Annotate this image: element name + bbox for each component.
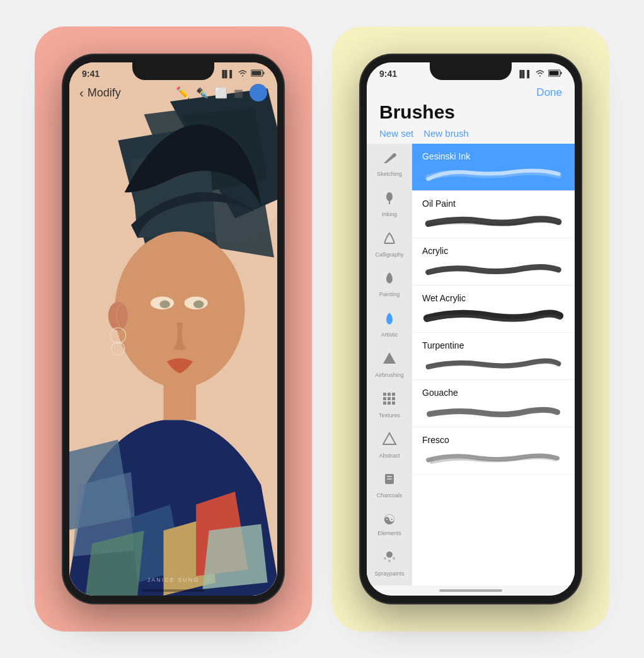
svg-point-45 [386,551,393,558]
sketching-icon [382,150,397,169]
right-panel: 9:41 ▐▌▌ Done Brush [332,26,609,632]
sidebar-item-sketching[interactable]: Sketching [367,144,412,184]
calligraphy-icon [382,231,397,250]
wifi-icon-right [535,69,545,79]
brush-name-gouache: Gouache [422,388,565,398]
sidebar-item-calligraphy[interactable]: Calligraphy [367,224,412,265]
sidebar-item-abstract[interactable]: Abstract [367,425,412,466]
sidebar-item-inking[interactable]: Inking [367,184,412,224]
airbrushing-icon [382,351,397,370]
brush-list: Gesinski Ink Oil Paint [412,144,575,586]
brush-name-gesinski: Gesinski Ink [422,151,565,161]
layers-icon[interactable]: ▦ [234,87,243,99]
artwork-illustration [69,62,277,596]
brush-name-acrylic: Acrylic [422,246,565,256]
brush-item-gesinski[interactable]: Gesinski Ink [412,144,575,191]
inking-icon [382,190,397,209]
svg-point-47 [393,557,395,560]
spraypaints-icon [382,550,397,569]
elements-label: Elements [377,530,401,537]
brush-item-wetacrylic[interactable]: Wet Acrylic [412,286,575,333]
svg-rect-38 [383,401,386,405]
back-button[interactable]: ‹ Modify [79,86,121,100]
left-status-bar: 9:41 ▐▌▌ [69,62,277,81]
artistic-icon [382,311,397,330]
color-picker[interactable] [250,84,267,101]
brush-item-acrylic[interactable]: Acrylic [412,238,575,286]
svg-rect-40 [392,401,395,405]
left-phone: 9:41 ▐▌▌ ‹ Modify [63,55,284,603]
svg-point-48 [388,560,391,562]
charcoals-icon [382,471,397,490]
brush-name-turpentine: Turpentine [422,340,565,350]
right-status-icons: ▐▌▌ [517,69,562,79]
svg-rect-32 [383,393,386,396]
svg-marker-31 [383,352,396,364]
svg-rect-25 [252,71,262,75]
textures-label: Textures [379,412,400,419]
inking-label: Inking [382,211,397,218]
tool-icons: ✏️ ✒️ ⬜ ▦ [176,84,267,101]
battery-icon [251,69,265,79]
painting-label: Painting [379,291,400,298]
abstract-icon [382,432,397,451]
brushes-header: Done [367,81,575,101]
right-screen: 9:41 ▐▌▌ Done Brush [367,62,575,596]
brush-stroke-acrylic [422,260,565,277]
svg-rect-33 [388,393,391,396]
categories-sidebar: Sketching Inking [367,144,412,586]
svg-point-13 [108,302,128,330]
brush-stroke-gesinski [422,165,565,183]
right-notch [430,62,512,80]
chevron-left-icon: ‹ [79,86,84,100]
left-toolbar: ‹ Modify ✏️ ✒️ ⬜ ▦ [69,81,277,107]
pen-tool-icon[interactable]: ✒️ [196,87,209,99]
done-button[interactable]: Done [536,86,562,99]
brushes-body: Sketching Inking [367,144,575,586]
left-screen: 9:41 ▐▌▌ ‹ Modify [69,62,277,596]
textures-icon [382,391,397,410]
svg-point-12 [193,301,204,308]
brush-stroke-fresco [422,449,565,466]
brush-stroke-gouache [422,401,565,419]
left-panel: 9:41 ▐▌▌ ‹ Modify [35,26,312,632]
left-time: 9:41 [82,69,100,79]
wifi-icon [238,69,248,79]
brush-name-fresco: Fresco [422,435,565,445]
sketching-label: Sketching [377,171,402,178]
svg-rect-35 [383,397,386,400]
sidebar-item-textures[interactable]: Textures [367,385,412,425]
brush-name-oilpaint: Oil Paint [422,199,565,209]
brush-stroke-wetacrylic [422,307,565,325]
brush-name-wetacrylic: Wet Acrylic [422,293,565,303]
svg-rect-44 [387,478,392,480]
sidebar-item-charcoals[interactable]: Charcoals [367,465,412,505]
svg-rect-37 [392,397,395,400]
sidebar-item-elements[interactable]: ☯ Elements [367,505,412,543]
sidebar-item-painting[interactable]: Painting [367,264,412,304]
pencil-tool-icon[interactable]: ✏️ [176,86,190,100]
abstract-label: Abstract [379,453,400,459]
svg-rect-27 [561,72,562,74]
sidebar-item-artistic[interactable]: Artistic [367,304,412,345]
svg-rect-43 [387,476,392,477]
painting-icon [382,270,397,289]
left-status-icons: ▐▌▌ [220,69,265,79]
brush-item-oilpaint[interactable]: Oil Paint [412,191,575,238]
brush-item-turpentine[interactable]: Turpentine [412,333,575,380]
new-brush-button[interactable]: New brush [423,128,469,139]
svg-rect-28 [549,71,559,75]
svg-marker-22 [202,524,267,589]
sidebar-item-spraypaints[interactable]: Spraypaints [367,543,412,584]
airbrushing-label: Airbrushing [375,372,404,379]
elements-icon: ☯ [383,512,396,528]
new-set-button[interactable]: New set [379,128,413,139]
sidebar-item-touchups[interactable]: Touchups [367,584,412,586]
charcoals-label: Charcoals [377,492,403,499]
sidebar-item-airbrushing[interactable]: Airbrushing [367,345,412,385]
brush-item-fresco[interactable]: Fresco [412,427,575,475]
brush-item-gouache[interactable]: Gouache [412,380,575,427]
artist-credit: JANICE SUNG [147,577,200,583]
brush-stroke-oilpaint [422,212,565,230]
eraser-tool-icon[interactable]: ⬜ [215,87,227,99]
